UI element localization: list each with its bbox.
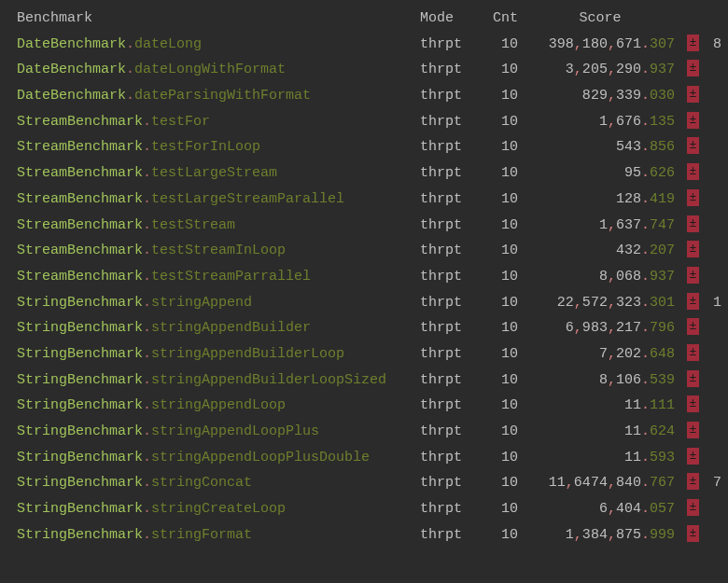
dot-separator: . <box>126 36 134 52</box>
benchmark-name: StreamBenchmark.testForInLoop <box>17 134 420 160</box>
cnt-value: 10 <box>479 264 525 290</box>
score-value: 6,983,217.796 <box>525 315 675 341</box>
bench-class: StreamBenchmark <box>17 269 143 285</box>
dot-separator: . <box>143 346 151 362</box>
benchmark-name: DateBenchmark.dateParsingWithFormat <box>17 83 420 109</box>
plus-minus-icon: ± <box>687 473 699 490</box>
cnt-value: 10 <box>479 160 525 187</box>
benchmark-name: StringBenchmark.stringConcat <box>17 470 420 496</box>
plus-minus-icon: ± <box>687 35 699 51</box>
plus-minus-cell: ± <box>675 496 699 522</box>
bench-method: dateParsingWithFormat <box>134 88 311 104</box>
plus-minus-cell: ± <box>675 160 699 187</box>
score-value: 128.419 <box>525 187 675 213</box>
mode-value: thrpt <box>420 393 479 419</box>
bench-method: dateLong <box>134 36 202 52</box>
plus-minus-icon: ± <box>687 163 699 180</box>
benchmark-name: DateBenchmark.dateLongWithFormat <box>17 57 420 83</box>
benchmark-row: StringBenchmark.stringAppendthrpt1022,57… <box>0 290 728 316</box>
overflow-value <box>699 496 721 522</box>
plus-minus-icon: ± <box>687 215 699 232</box>
benchmark-name: StreamBenchmark.testStreamParrallel <box>17 264 420 290</box>
plus-minus-cell: ± <box>675 470 699 496</box>
header-mode: Mode <box>420 6 479 32</box>
mode-value: thrpt <box>420 238 479 264</box>
cnt-value: 10 <box>479 393 525 419</box>
plus-minus-icon: ± <box>687 112 699 129</box>
dot-separator: . <box>143 114 151 130</box>
bench-method: stringAppendLoopPlus <box>151 423 319 439</box>
score-value: 11.624 <box>525 419 675 445</box>
bench-method: stringAppendLoop <box>151 397 286 413</box>
bench-method: stringConcat <box>151 475 252 491</box>
plus-minus-cell: ± <box>675 315 699 341</box>
plus-minus-cell: ± <box>675 419 699 445</box>
benchmark-row: StringBenchmark.stringAppendLoopPlusthrp… <box>0 419 728 445</box>
plus-minus-icon: ± <box>687 370 699 387</box>
score-value: 11,6474,840.767 <box>525 470 675 496</box>
plus-minus-icon: ± <box>687 525 699 542</box>
overflow-value: 1 <box>699 290 721 316</box>
header-spacer2 <box>699 6 721 32</box>
plus-minus-cell: ± <box>675 368 699 394</box>
dot-separator: . <box>143 527 151 543</box>
mode-value: thrpt <box>420 470 479 496</box>
benchmark-name: StringBenchmark.stringAppendBuilder <box>17 315 420 341</box>
overflow-value <box>699 109 721 135</box>
plus-minus-cell: ± <box>675 83 699 109</box>
bench-method: testStream <box>151 217 235 233</box>
overflow-value <box>699 160 721 187</box>
benchmark-name: StringBenchmark.stringCreateLoop <box>17 496 420 522</box>
mode-value: thrpt <box>420 264 479 290</box>
score-value: 11.111 <box>525 393 675 419</box>
overflow-value <box>699 187 721 213</box>
bench-method: testFor <box>151 114 210 130</box>
benchmark-row: StringBenchmark.stringCreateLoopthrpt106… <box>0 496 728 522</box>
cnt-value: 10 <box>479 341 525 368</box>
plus-minus-icon: ± <box>687 422 699 438</box>
overflow-value <box>699 238 721 264</box>
dot-separator: . <box>143 217 151 233</box>
header-row: Benchmark Mode Cnt Score <box>0 6 728 32</box>
cnt-value: 10 <box>479 134 525 160</box>
benchmark-name: StringBenchmark.stringAppendBuilderLoop <box>17 341 420 368</box>
score-value: 6,404.057 <box>525 496 675 522</box>
dot-separator: . <box>143 165 151 181</box>
benchmark-name: StreamBenchmark.testLargeStream <box>17 160 420 187</box>
plus-minus-icon: ± <box>687 86 699 103</box>
benchmark-name: StreamBenchmark.testStreamInLoop <box>17 238 420 264</box>
benchmark-row: StringBenchmark.stringAppendLoopthrpt101… <box>0 393 728 419</box>
benchmark-row: StreamBenchmark.testStreamInLoopthrpt104… <box>0 238 728 264</box>
header-benchmark: Benchmark <box>17 6 420 32</box>
overflow-value <box>699 419 721 445</box>
dot-separator: . <box>143 450 151 465</box>
cnt-value: 10 <box>479 83 525 109</box>
header-cnt: Cnt <box>479 6 525 32</box>
bench-class: StringBenchmark <box>17 397 143 413</box>
mode-value: thrpt <box>420 109 479 135</box>
benchmark-name: StreamBenchmark.testLargeStreamParallel <box>17 187 420 213</box>
mode-value: thrpt <box>420 83 479 109</box>
bench-class: StreamBenchmark <box>17 217 143 233</box>
benchmark-output: Benchmark Mode Cnt Score DateBenchmark.d… <box>0 0 728 548</box>
score-value: 22,572,323.301 <box>525 290 675 316</box>
bench-class: StringBenchmark <box>17 295 143 311</box>
plus-minus-cell: ± <box>675 187 699 213</box>
plus-minus-cell: ± <box>675 290 699 316</box>
benchmark-name: StringBenchmark.stringAppend <box>17 290 420 316</box>
score-value: 11.593 <box>525 445 675 471</box>
benchmark-name: StreamBenchmark.testFor <box>17 109 420 135</box>
overflow-value <box>699 341 721 368</box>
bench-class: StringBenchmark <box>17 527 143 543</box>
header-spacer <box>675 6 699 32</box>
benchmark-row: StreamBenchmark.testLargeStreamParallelt… <box>0 187 728 213</box>
benchmark-row: StringBenchmark.stringAppendBuilderLoopt… <box>0 341 728 368</box>
mode-value: thrpt <box>420 496 479 522</box>
benchmark-name: StringBenchmark.stringAppendLoop <box>17 393 420 419</box>
benchmark-row: StreamBenchmark.testStreamthrpt101,637.7… <box>0 213 728 239</box>
dot-separator: . <box>143 397 151 413</box>
plus-minus-cell: ± <box>675 522 699 548</box>
cnt-value: 10 <box>479 109 525 135</box>
plus-minus-cell: ± <box>675 109 699 135</box>
bench-method: dateLongWithFormat <box>134 62 286 77</box>
